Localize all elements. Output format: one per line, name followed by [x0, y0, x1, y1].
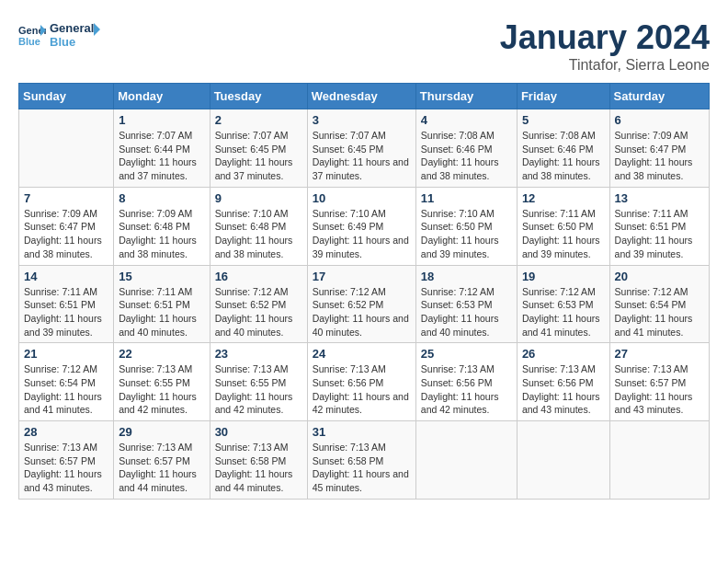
day-info: Sunrise: 7:07 AMSunset: 6:45 PMDaylight:… — [215, 129, 302, 183]
svg-text:Blue: Blue — [18, 36, 40, 47]
calendar-header: SundayMondayTuesdayWednesdayThursdayFrid… — [19, 84, 710, 109]
day-info: Sunrise: 7:10 AMSunset: 6:48 PMDaylight:… — [215, 207, 302, 261]
calendar-cell — [19, 109, 114, 188]
calendar-cell: 31 Sunrise: 7:13 AMSunset: 6:58 PMDaylig… — [307, 421, 415, 500]
day-number: 9 — [215, 191, 302, 205]
svg-text:General: General — [50, 21, 94, 35]
day-number: 19 — [522, 270, 605, 283]
day-number: 1 — [119, 113, 204, 127]
day-number: 25 — [421, 347, 512, 361]
calendar-cell: 9 Sunrise: 7:10 AMSunset: 6:48 PMDayligh… — [210, 187, 307, 265]
day-number: 26 — [522, 347, 605, 361]
calendar-cell: 19 Sunrise: 7:12 AMSunset: 6:53 PMDaylig… — [517, 265, 609, 343]
calendar-week-row: 14 Sunrise: 7:11 AMSunset: 6:51 PMDaylig… — [19, 265, 710, 343]
day-info: Sunrise: 7:12 AMSunset: 6:52 PMDaylight:… — [215, 285, 302, 339]
calendar-cell: 25 Sunrise: 7:13 AMSunset: 6:56 PMDaylig… — [415, 343, 517, 421]
day-number: 18 — [421, 270, 512, 283]
logo-svg: General Blue — [50, 18, 100, 51]
day-number: 20 — [615, 270, 704, 283]
day-number: 11 — [421, 191, 512, 205]
day-number: 6 — [615, 113, 704, 127]
day-number: 24 — [313, 347, 411, 361]
svg-marker-5 — [94, 23, 100, 36]
day-info: Sunrise: 7:13 AMSunset: 6:57 PMDaylight:… — [615, 362, 704, 417]
calendar-cell: 28 Sunrise: 7:13 AMSunset: 6:57 PMDaylig… — [19, 421, 114, 500]
day-number: 15 — [119, 270, 204, 283]
day-number: 22 — [119, 347, 204, 361]
day-number: 30 — [215, 425, 302, 439]
day-info: Sunrise: 7:11 AMSunset: 6:51 PMDaylight:… — [24, 285, 108, 339]
day-number: 13 — [615, 191, 704, 205]
page-header: General Blue General Blue January 2024 T… — [18, 18, 710, 74]
day-info: Sunrise: 7:11 AMSunset: 6:51 PMDaylight:… — [119, 285, 204, 339]
day-info: Sunrise: 7:13 AMSunset: 6:56 PMDaylight:… — [313, 362, 411, 417]
day-info: Sunrise: 7:12 AMSunset: 6:54 PMDaylight:… — [615, 285, 704, 339]
weekday-header: Sunday — [19, 84, 114, 109]
logo: General Blue General Blue — [18, 18, 100, 51]
day-info: Sunrise: 7:13 AMSunset: 6:58 PMDaylight:… — [313, 441, 411, 495]
calendar-cell: 2 Sunrise: 7:07 AMSunset: 6:45 PMDayligh… — [210, 109, 307, 188]
calendar-cell: 10 Sunrise: 7:10 AMSunset: 6:49 PMDaylig… — [307, 187, 415, 265]
day-number: 21 — [24, 347, 108, 361]
day-info: Sunrise: 7:13 AMSunset: 6:55 PMDaylight:… — [119, 362, 204, 417]
calendar-table: SundayMondayTuesdayWednesdayThursdayFrid… — [18, 83, 710, 500]
day-info: Sunrise: 7:11 AMSunset: 6:50 PMDaylight:… — [522, 207, 605, 261]
day-number: 29 — [119, 425, 204, 439]
day-info: Sunrise: 7:08 AMSunset: 6:46 PMDaylight:… — [421, 129, 512, 183]
day-info: Sunrise: 7:13 AMSunset: 6:56 PMDaylight:… — [522, 362, 605, 417]
calendar-cell: 8 Sunrise: 7:09 AMSunset: 6:48 PMDayligh… — [114, 187, 210, 265]
calendar-cell: 21 Sunrise: 7:12 AMSunset: 6:54 PMDaylig… — [19, 343, 114, 421]
calendar-week-row: 21 Sunrise: 7:12 AMSunset: 6:54 PMDaylig… — [19, 343, 710, 421]
weekday-row: SundayMondayTuesdayWednesdayThursdayFrid… — [19, 84, 710, 109]
calendar-cell — [415, 421, 517, 500]
day-info: Sunrise: 7:07 AMSunset: 6:45 PMDaylight:… — [313, 129, 411, 183]
day-number: 28 — [24, 425, 108, 439]
calendar-cell: 24 Sunrise: 7:13 AMSunset: 6:56 PMDaylig… — [307, 343, 415, 421]
calendar-cell: 26 Sunrise: 7:13 AMSunset: 6:56 PMDaylig… — [517, 343, 609, 421]
calendar-cell: 16 Sunrise: 7:12 AMSunset: 6:52 PMDaylig… — [210, 265, 307, 343]
page-title: January 2024 — [500, 18, 710, 57]
day-number: 10 — [313, 191, 411, 205]
day-info: Sunrise: 7:13 AMSunset: 6:55 PMDaylight:… — [215, 362, 302, 417]
day-number: 12 — [522, 191, 605, 205]
calendar-cell: 27 Sunrise: 7:13 AMSunset: 6:57 PMDaylig… — [609, 343, 709, 421]
calendar-week-row: 7 Sunrise: 7:09 AMSunset: 6:47 PMDayligh… — [19, 187, 710, 265]
calendar-cell: 3 Sunrise: 7:07 AMSunset: 6:45 PMDayligh… — [307, 109, 415, 188]
calendar-week-row: 28 Sunrise: 7:13 AMSunset: 6:57 PMDaylig… — [19, 421, 710, 500]
title-block: January 2024 Tintafor, Sierra Leone — [500, 18, 710, 74]
day-info: Sunrise: 7:13 AMSunset: 6:57 PMDaylight:… — [119, 441, 204, 495]
weekday-header: Wednesday — [307, 84, 415, 109]
day-number: 3 — [313, 113, 411, 127]
day-info: Sunrise: 7:12 AMSunset: 6:53 PMDaylight:… — [522, 285, 605, 339]
day-number: 14 — [24, 270, 108, 283]
day-number: 4 — [421, 113, 512, 127]
calendar-cell — [609, 421, 709, 500]
day-info: Sunrise: 7:09 AMSunset: 6:47 PMDaylight:… — [24, 207, 108, 261]
calendar-cell: 4 Sunrise: 7:08 AMSunset: 6:46 PMDayligh… — [415, 109, 517, 188]
calendar-cell: 1 Sunrise: 7:07 AMSunset: 6:44 PMDayligh… — [114, 109, 210, 188]
calendar-cell: 7 Sunrise: 7:09 AMSunset: 6:47 PMDayligh… — [19, 187, 114, 265]
page-subtitle: Tintafor, Sierra Leone — [500, 57, 710, 74]
day-info: Sunrise: 7:13 AMSunset: 6:58 PMDaylight:… — [215, 441, 302, 495]
day-number: 7 — [24, 191, 108, 205]
day-info: Sunrise: 7:12 AMSunset: 6:52 PMDaylight:… — [313, 285, 411, 339]
day-number: 27 — [615, 347, 704, 361]
day-number: 2 — [215, 113, 302, 127]
day-info: Sunrise: 7:12 AMSunset: 6:53 PMDaylight:… — [421, 285, 512, 339]
calendar-cell: 18 Sunrise: 7:12 AMSunset: 6:53 PMDaylig… — [415, 265, 517, 343]
calendar-cell: 5 Sunrise: 7:08 AMSunset: 6:46 PMDayligh… — [517, 109, 609, 188]
weekday-header: Tuesday — [210, 84, 307, 109]
calendar-cell: 6 Sunrise: 7:09 AMSunset: 6:47 PMDayligh… — [609, 109, 709, 188]
day-info: Sunrise: 7:10 AMSunset: 6:50 PMDaylight:… — [421, 207, 512, 261]
day-info: Sunrise: 7:12 AMSunset: 6:54 PMDaylight:… — [24, 362, 108, 417]
calendar-cell: 17 Sunrise: 7:12 AMSunset: 6:52 PMDaylig… — [307, 265, 415, 343]
day-info: Sunrise: 7:09 AMSunset: 6:48 PMDaylight:… — [119, 207, 204, 261]
day-info: Sunrise: 7:07 AMSunset: 6:44 PMDaylight:… — [119, 129, 204, 183]
weekday-header: Saturday — [609, 84, 709, 109]
calendar-cell: 29 Sunrise: 7:13 AMSunset: 6:57 PMDaylig… — [114, 421, 210, 500]
day-number: 17 — [313, 270, 411, 283]
calendar-cell: 20 Sunrise: 7:12 AMSunset: 6:54 PMDaylig… — [609, 265, 709, 343]
calendar-cell: 22 Sunrise: 7:13 AMSunset: 6:55 PMDaylig… — [114, 343, 210, 421]
calendar-cell — [517, 421, 609, 500]
calendar-cell: 12 Sunrise: 7:11 AMSunset: 6:50 PMDaylig… — [517, 187, 609, 265]
